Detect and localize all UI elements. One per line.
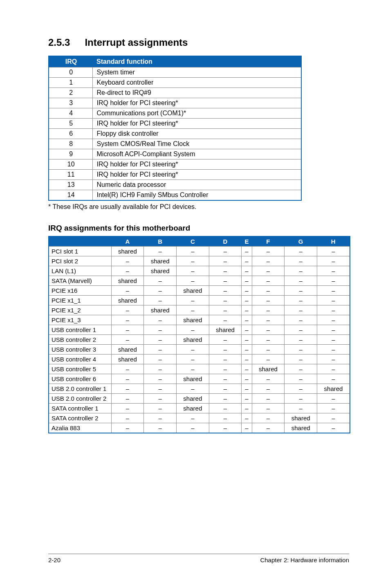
assign-cell: – [317,355,350,364]
table-row: USB controller 1–––shared–––– [49,325,350,335]
func-cell: IRQ holder for PCI steering* [92,98,301,108]
irq-cell: 0 [49,67,92,78]
assign-cell: – [285,315,317,325]
device-cell: USB 2.0 controller 1 [49,384,111,394]
assign-cell: – [252,315,285,325]
assign-header-col: C [176,236,209,247]
func-cell: Re-direct to IRQ#9 [92,88,301,98]
assign-cell: – [252,355,285,364]
assign-cell: – [111,374,144,384]
assign-cell: – [285,325,317,335]
device-cell: USB controller 2 [49,335,111,345]
assign-cell: shared [285,413,317,423]
assign-cell: – [242,355,252,364]
assign-cell: – [242,296,252,305]
assign-cell: – [285,256,317,266]
func-cell: Keyboard controller [92,78,301,88]
device-cell: PCI slot 2 [49,256,111,266]
assign-cell: – [285,355,317,364]
func-cell: IRQ holder for PCI steering* [92,159,301,170]
assign-header-col: E [242,236,252,247]
table-row: 4Communications port (COM1)* [49,108,301,119]
assign-cell: – [209,266,242,276]
table-row: 1Keyboard controller [49,78,301,88]
assign-cell: – [317,374,350,384]
assign-cell: – [111,404,144,413]
assign-cell: – [252,404,285,413]
assign-cell: shared [252,364,285,374]
assign-cell: – [144,413,177,423]
assign-header-col: A [111,236,144,247]
assign-cell: – [285,374,317,384]
assign-cell: – [242,266,252,276]
section-title: Interrupt assignments [85,37,188,48]
assign-cell: – [144,384,177,394]
assign-cell: – [144,315,177,325]
assign-cell: – [111,286,144,296]
assign-cell: – [176,266,209,276]
assign-cell: – [317,364,350,374]
assign-cell: – [144,276,177,286]
assign-cell: – [176,325,209,335]
assign-cell: – [176,355,209,364]
assign-cell: – [242,384,252,394]
assign-cell: – [209,256,242,266]
assign-cell: – [317,305,350,315]
assign-cell: – [317,266,350,276]
table-row: 3IRQ holder for PCI steering* [49,98,301,108]
assign-cell: shared [144,256,177,266]
assign-cell: – [285,286,317,296]
assign-cell: shared [176,286,209,296]
assign-cell: – [144,394,177,404]
assign-cell: – [242,276,252,286]
table-row: SATA (Marvell)shared––––––– [49,276,350,286]
assign-cell: shared [111,296,144,305]
table-row: USB controller 6––shared––––– [49,374,350,384]
assign-cell: – [176,247,209,256]
assign-cell: – [144,296,177,305]
assign-cell: – [242,364,252,374]
irq-cell: 3 [49,98,92,108]
assign-cell: – [252,384,285,394]
assign-cell: – [285,266,317,276]
assign-cell: – [317,247,350,256]
assign-cell: – [111,256,144,266]
func-cell: System timer [92,67,301,78]
table-row: PCIE x16––shared––––– [49,286,350,296]
irq-cell: 2 [49,88,92,98]
footer-page-number: 2-20 [48,557,61,563]
assign-cell: – [111,394,144,404]
assign-cell: – [176,384,209,394]
assign-cell: – [176,296,209,305]
device-cell: LAN (L1) [49,266,111,276]
assign-cell: – [209,394,242,404]
assign-cell: – [317,286,350,296]
irq-cell: 11 [49,170,92,180]
assign-cell: – [242,374,252,384]
assign-cell: shared [111,276,144,286]
assign-cell: – [176,364,209,374]
table-row: PCI slot 1shared––––––– [49,247,350,256]
assign-cell: – [317,296,350,305]
table-row: 0System timer [49,67,301,78]
table-row: LAN (L1)–shared–––––– [49,266,350,276]
assign-cell: – [209,423,242,433]
footer-chapter: Chapter 2: Hardware information [260,557,349,563]
assign-cell: – [285,394,317,404]
irq-cell: 9 [49,149,92,159]
table-row: SATA controller 2––––––shared– [49,413,350,423]
func-cell: IRQ holder for PCI steering* [92,119,301,129]
assign-cell: – [285,345,317,355]
assign-cell: – [285,404,317,413]
assign-cell: – [252,394,285,404]
assign-cell: – [252,305,285,315]
assign-table: ABCDEFGH PCI slot 1shared–––––––PCI slot… [48,236,350,433]
assign-cell: – [317,276,350,286]
section-number: 2.5.3 [48,37,70,48]
assign-cell: – [317,423,350,433]
assign-cell: – [144,364,177,374]
device-cell: USB controller 4 [49,355,111,364]
assign-cell: – [176,345,209,355]
assign-cell: – [252,256,285,266]
assign-cell: shared [176,404,209,413]
